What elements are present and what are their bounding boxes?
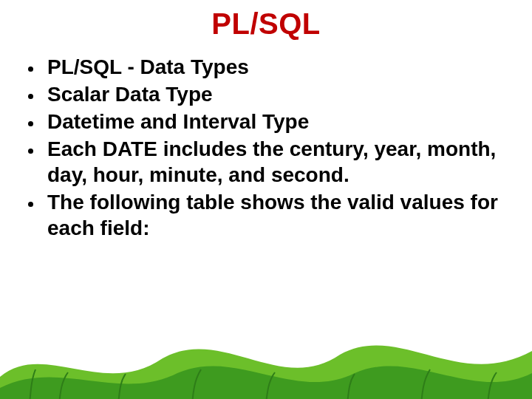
list-item: Datetime and Interval Type: [43, 109, 502, 134]
text: , and: [217, 163, 271, 186]
text-minute: minute: [149, 163, 217, 186]
list-item: Scalar Data Type: [43, 81, 502, 107]
text-month: month: [427, 137, 491, 160]
text: ,: [81, 163, 93, 186]
text-second: second: [271, 163, 344, 186]
text-year: year: [374, 137, 415, 160]
text: ,: [137, 163, 149, 186]
bullet-list: PL/SQL - Data Types Scalar Data Type Dat…: [43, 54, 502, 241]
slide: PL/SQL PL/SQL - Data Types Scalar Data T…: [0, 7, 532, 399]
list-item: Each DATE includes the century, year, mo…: [43, 136, 502, 188]
list-item: The following table shows the valid valu…: [43, 189, 502, 241]
slide-title: PL/SQL: [0, 7, 532, 41]
text-century: century: [290, 137, 363, 160]
text-day: day: [47, 163, 81, 186]
text: ,: [416, 137, 428, 160]
grass-decoration-icon: [0, 318, 532, 399]
list-item: PL/SQL - Data Types: [43, 54, 502, 80]
text-date: DATE: [103, 137, 157, 160]
text: ,: [491, 137, 497, 160]
text: Each: [47, 137, 103, 160]
text: .: [344, 163, 349, 186]
text-hour: hour: [93, 163, 138, 186]
text: ,: [363, 137, 375, 160]
text: includes the: [157, 137, 290, 160]
